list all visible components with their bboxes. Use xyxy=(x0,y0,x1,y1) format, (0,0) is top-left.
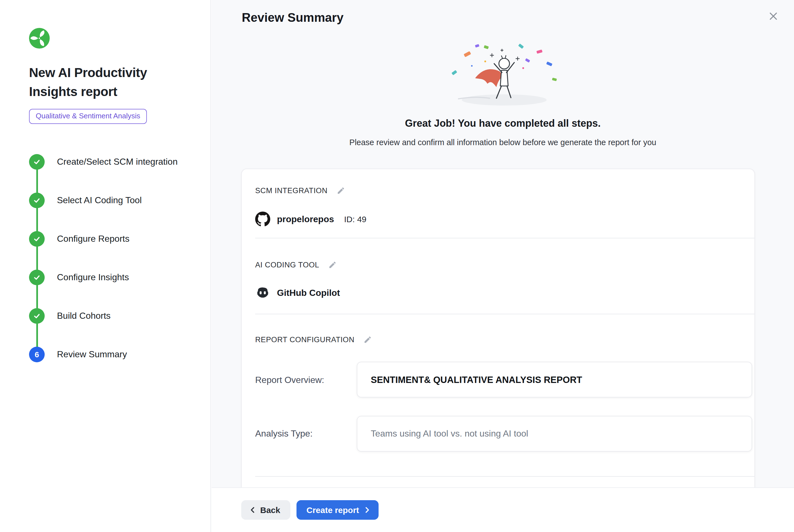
step-current-circle: 6 xyxy=(29,347,45,362)
tool-section-header: AI CODING TOOL xyxy=(255,261,336,269)
close-button[interactable] xyxy=(766,9,781,23)
wizard-footer: Back Create report xyxy=(212,487,794,532)
step-done-circle xyxy=(29,154,45,170)
propelo-logo-icon xyxy=(29,28,50,49)
stepper-step-configure-reports[interactable]: Configure Reports xyxy=(29,231,191,247)
stepper-step-ai-coding-tool[interactable]: Select AI Coding Tool xyxy=(29,193,191,208)
edit-report-button[interactable] xyxy=(363,336,372,344)
stepper-step-build-cohorts[interactable]: Build Cohorts xyxy=(29,308,191,324)
edit-scm-button[interactable] xyxy=(336,187,345,195)
report-section-header: REPORT CONFIGURATION xyxy=(255,336,372,344)
chevron-left-icon xyxy=(249,506,256,514)
ai-tool-name: GitHub Copilot xyxy=(277,288,340,298)
step-label: Configure Insights xyxy=(57,272,129,283)
celebration-illustration xyxy=(436,43,570,111)
stepper-connector xyxy=(36,162,38,355)
pencil-icon xyxy=(363,336,372,344)
stepper-step-configure-insights[interactable]: Configure Insights xyxy=(29,270,191,285)
tool-section-label: AI CODING TOOL xyxy=(255,261,319,269)
back-button-label: Back xyxy=(260,505,280,515)
congrats-subtitle: Please review and confirm all informatio… xyxy=(212,138,794,147)
scm-id: ID: 49 xyxy=(344,214,366,224)
report-overview-value-box: SENTIMENT& QUALITATIVE ANALYSIS REPORT xyxy=(357,362,752,397)
check-icon xyxy=(33,235,41,243)
analysis-type-value: Teams using AI tool vs. not using AI too… xyxy=(371,429,528,439)
step-number: 6 xyxy=(35,350,39,359)
step-label: Configure Reports xyxy=(57,234,130,244)
pencil-icon xyxy=(336,187,345,195)
analysis-type-value-box: Teams using AI tool vs. not using AI too… xyxy=(357,416,752,452)
back-button[interactable]: Back xyxy=(241,500,290,520)
edit-tool-button[interactable] xyxy=(328,261,336,269)
stepper: Create/Select SCM integration Select AI … xyxy=(29,154,191,362)
analysis-type-badge: Qualitative & Sentiment Analysis xyxy=(29,109,147,124)
scm-section-label: SCM INTEGRATION xyxy=(255,187,327,195)
scm-section-header: SCM INTEGRATION xyxy=(255,187,345,195)
wizard-sidebar: New AI Productivity Insights report Qual… xyxy=(0,0,211,532)
ai-tool-row: GitHub Copilot xyxy=(255,285,340,300)
divider xyxy=(255,314,754,314)
create-report-button[interactable]: Create report xyxy=(297,500,379,520)
step-label: Build Cohorts xyxy=(57,311,111,321)
step-label: Create/Select SCM integration xyxy=(57,157,177,167)
stepper-step-scm-integration[interactable]: Create/Select SCM integration xyxy=(29,154,191,170)
step-done-circle xyxy=(29,270,45,285)
step-label: Review Summary xyxy=(57,349,127,360)
summary-card: SCM INTEGRATION propelorepos ID: 49 AI C… xyxy=(241,169,755,504)
check-icon xyxy=(33,273,41,281)
step-label: Select AI Coding Tool xyxy=(57,195,142,205)
report-overview-label: Report Overview: xyxy=(255,375,324,385)
create-report-label: Create report xyxy=(306,505,359,515)
scm-name: propelorepos xyxy=(277,214,334,224)
main-panel: Review Summary xyxy=(212,0,794,532)
check-icon xyxy=(33,158,41,166)
report-wizard-title: New AI Productivity Insights report xyxy=(29,63,181,101)
step-done-circle xyxy=(29,308,45,324)
github-icon xyxy=(255,212,270,227)
divider xyxy=(255,476,754,477)
analysis-type-label: Analysis Type: xyxy=(255,429,313,439)
stepper-step-review-summary[interactable]: 6 Review Summary xyxy=(29,347,191,362)
report-overview-value: SENTIMENT& QUALITATIVE ANALYSIS REPORT xyxy=(371,374,582,385)
app-root: New AI Productivity Insights report Qual… xyxy=(0,0,794,532)
copilot-icon xyxy=(255,285,270,300)
step-done-circle xyxy=(29,231,45,247)
congrats-title: Great Job! You have completed all steps. xyxy=(212,118,794,130)
scm-integration-row: propelorepos ID: 49 xyxy=(255,212,366,227)
step-done-circle xyxy=(29,193,45,208)
chevron-right-icon xyxy=(363,506,371,514)
page-title: Review Summary xyxy=(242,11,343,25)
report-section-label: REPORT CONFIGURATION xyxy=(255,336,355,344)
close-icon xyxy=(768,11,779,22)
check-icon xyxy=(33,196,41,204)
check-icon xyxy=(33,312,41,320)
divider xyxy=(255,238,754,239)
pencil-icon xyxy=(328,261,336,269)
